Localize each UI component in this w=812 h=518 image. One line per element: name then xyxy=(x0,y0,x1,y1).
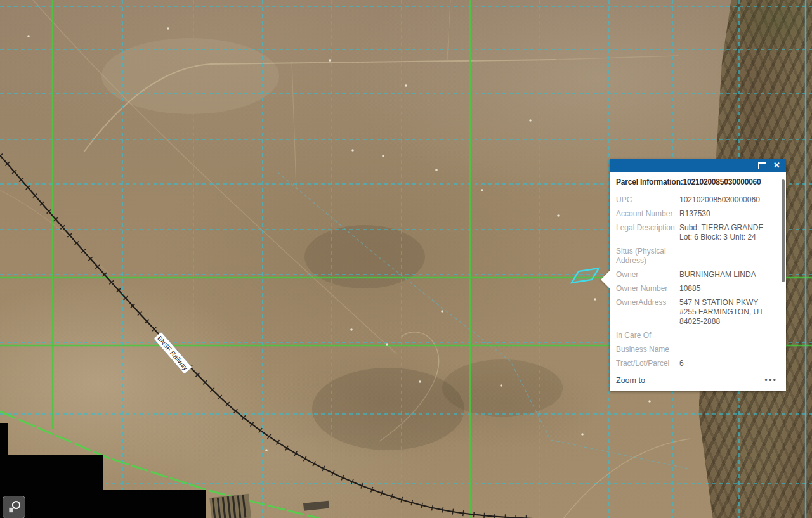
selected-parcel-highlight[interactable] xyxy=(572,268,599,283)
field-label: Situs (Physical Address) xyxy=(616,247,676,266)
popup-field-row: Owner Number10885 xyxy=(616,284,778,294)
popup-title: Parcel Information:1021020085030000060 xyxy=(610,172,786,190)
structure-dot xyxy=(557,214,560,217)
popup-scrollbar-thumb[interactable] xyxy=(782,179,785,282)
field-label: Owner xyxy=(616,270,676,280)
no-imagery-area xyxy=(0,423,206,518)
popup-field-row: UPC1021020085030000060 xyxy=(616,195,778,205)
popup-field-row: In Care Of xyxy=(616,331,778,340)
field-label: UPC xyxy=(616,195,676,205)
popup-footer: Zoom to ••• xyxy=(610,374,786,391)
solar-farm xyxy=(209,486,329,518)
popup-body: Parcel Information:1021020085030000060 U… xyxy=(610,172,786,391)
structure-dot xyxy=(419,380,421,383)
popup-field-row: OwnerBURNINGHAM LINDA xyxy=(616,270,778,280)
maximize-icon[interactable] xyxy=(758,162,766,169)
field-value: R137530 xyxy=(679,209,710,219)
map-viewport: BNSF Railway xyxy=(0,0,812,518)
field-label: Business Name xyxy=(616,345,676,354)
field-value: 1021020085030000060 xyxy=(679,195,760,205)
field-value xyxy=(679,331,681,340)
popup-field-row: Tract/Lot/Parcel6 xyxy=(616,359,778,368)
magnifier-document-icon xyxy=(6,499,22,515)
structure-dot xyxy=(435,169,438,171)
popup-header: ✕ xyxy=(610,159,786,172)
structure-dot xyxy=(529,119,532,122)
structure-dot xyxy=(265,449,268,451)
structure-dot xyxy=(441,310,443,313)
field-value: Subd: TIERRA GRANDELot: 6 Block: 3 Unit:… xyxy=(679,223,764,242)
field-label: Legal Description xyxy=(616,223,676,242)
popup-field-row: Legal DescriptionSubd: TIERRA GRANDELot:… xyxy=(616,223,778,242)
structure-dot xyxy=(500,384,502,387)
field-value: BURNINGHAM LINDA xyxy=(679,270,756,280)
structure-dot xyxy=(581,433,584,436)
field-value xyxy=(679,247,681,266)
popup-fields: UPC1021020085030000060Account NumberR137… xyxy=(610,195,786,374)
structure-dot xyxy=(351,149,354,152)
terrain-patches xyxy=(102,38,563,450)
field-label: In Care Of xyxy=(616,331,676,340)
parcel-info-popup: ✕ Parcel Information:1021020085030000060… xyxy=(610,159,786,391)
popup-field-row: Account NumberR137530 xyxy=(616,209,778,219)
field-label: Tract/Lot/Parcel xyxy=(616,359,676,368)
structure-dot xyxy=(594,298,596,301)
field-value: 6 xyxy=(679,359,684,368)
field-value: 10885 xyxy=(679,284,700,294)
popup-pointer xyxy=(601,271,610,288)
search-widget-button[interactable] xyxy=(3,496,25,518)
structure-dot xyxy=(405,84,407,87)
structure-dot xyxy=(27,35,30,37)
structure-dot xyxy=(329,59,331,62)
close-icon[interactable]: ✕ xyxy=(773,161,780,169)
railway-label: BNSF Railway xyxy=(154,332,192,373)
zoom-to-link[interactable]: Zoom to xyxy=(616,376,645,385)
structure-dot xyxy=(386,343,388,346)
structure-dot xyxy=(167,27,169,30)
field-value xyxy=(679,345,681,354)
popup-field-row: OwnerAddress547 N STATION PKWY#255 FARMI… xyxy=(616,298,778,327)
svg-text:BNSF Railway: BNSF Railway xyxy=(156,334,190,372)
more-options-button[interactable]: ••• xyxy=(764,378,777,383)
field-label: Owner Number xyxy=(616,284,676,294)
field-label: OwnerAddress xyxy=(616,298,676,327)
structure-dot xyxy=(481,189,483,191)
structure-dot xyxy=(648,400,651,403)
structure-dot xyxy=(350,328,353,331)
title-separator xyxy=(616,190,780,190)
structure-dot xyxy=(382,155,384,157)
field-label: Account Number xyxy=(616,209,676,219)
popup-field-row: Situs (Physical Address) xyxy=(616,247,778,266)
field-value: 547 N STATION PKWY#255 FARMINGTON, UT840… xyxy=(679,298,763,327)
popup-field-row: Business Name xyxy=(616,345,778,354)
